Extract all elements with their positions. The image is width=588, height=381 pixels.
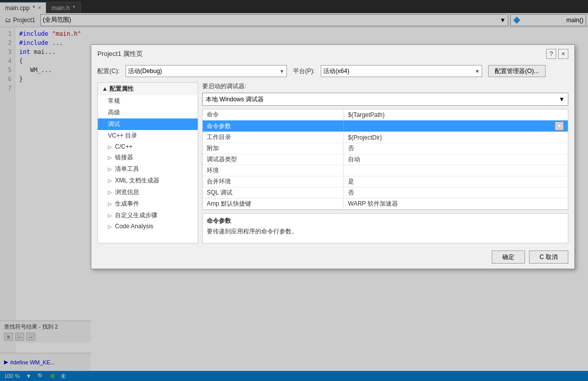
prop-key-merge-env: 合并环境 (203, 176, 344, 187)
property-panel: 要启动的调试器: 本地 Windows 调试器 ▼ 命令 $(TargetPat… (202, 82, 568, 243)
prop-key-amp: Amp 默认快捷键 (203, 199, 344, 209)
platform-dropdown[interactable]: 活动(x64) ▼ (321, 65, 482, 77)
prop-row-args[interactable]: 命令参数 ▼ (203, 120, 568, 132)
tree-item-cpp-label: C/C++ (115, 143, 133, 150)
prop-value-env (344, 165, 568, 176)
dialog-close-button[interactable]: × (558, 49, 568, 59)
tree-item-custom-build-label: 自定义生成步骤 (115, 211, 157, 220)
property-table: 命令 $(TargetPath) 命令参数 ▼ 工作目录 $(ProjectDi… (202, 109, 568, 210)
platform-label: 平台(P): (293, 67, 315, 76)
tree-expand-manifest: ▷ (108, 166, 113, 172)
properties-dialog: Project1 属性页 ? × 配置(C): 活动(Debug) ▼ 平台(P… (91, 44, 575, 269)
prop-row-command[interactable]: 命令 $(TargetPath) (203, 109, 568, 120)
tree-item-vc目录[interactable]: VC++ 目录 (98, 130, 198, 142)
close-icon: × (561, 50, 565, 57)
platform-value: 活动(x64) (323, 67, 349, 76)
config-manager-label: 配置管理器(O)... (495, 67, 539, 76)
tree-item-高级-label: 高级 (108, 108, 120, 117)
prop-row-merge-env[interactable]: 合并环境 是 (203, 176, 568, 187)
config-row: 配置(C): 活动(Debug) ▼ 平台(P): 活动(x64) ▼ 配置管理… (91, 62, 574, 80)
prop-input-field-args[interactable] (348, 122, 555, 130)
desc-title: 命令参数 (207, 217, 564, 225)
tree-item-browse[interactable]: ▷ 浏览信息 (98, 186, 198, 198)
help-icon: ? (550, 50, 553, 57)
prop-key-attach: 附加 (203, 143, 344, 154)
dialog-footer: 确定 C 取消 (91, 247, 574, 269)
prop-key-command: 命令 (203, 109, 344, 120)
dialog-titlebar: Project1 属性页 ? × (91, 45, 574, 62)
cancel-label: C 取消 (540, 253, 558, 262)
tree-item-code-analysis-label: Code Analysis (115, 223, 153, 230)
prop-key-debugger-type: 调试器类型 (203, 154, 344, 165)
config-manager-button[interactable]: 配置管理器(O)... (488, 65, 545, 77)
config-value: 活动(Debug) (128, 67, 162, 76)
tree-item-manifest[interactable]: ▷ 清单工具 (98, 163, 198, 175)
tree-expand-build-events: ▷ (108, 201, 113, 207)
debugger-row: 要启动的调试器: 本地 Windows 调试器 ▼ (202, 82, 568, 106)
tree-expand-code-analysis: ▷ (108, 224, 113, 229)
ok-label: 确定 (502, 253, 514, 262)
tree-header: ▲ 配置属性 (98, 83, 198, 95)
prop-value-args[interactable]: ▼ (344, 120, 568, 132)
dialog-title: Project1 属性页 (97, 49, 143, 58)
description-area: 命令参数 要传递到应用程序的命令行参数。 (202, 213, 568, 243)
tree-expand-custom-build: ▷ (108, 213, 113, 218)
tree-expand-cpp: ▷ (108, 144, 113, 150)
config-label: 配置(C): (97, 67, 120, 76)
tree-item-manifest-label: 清单工具 (115, 165, 139, 173)
tree-item-build-events[interactable]: ▷ 生成事件 (98, 198, 198, 210)
tree-item-build-events-label: 生成事件 (115, 200, 139, 208)
prop-key-sql: SQL 调试 (203, 187, 344, 198)
prop-value-debugger-type: 自动 (344, 154, 568, 165)
tree-item-linker[interactable]: ▷ 链接器 (98, 152, 198, 163)
prop-row-attach[interactable]: 附加 否 (203, 143, 568, 154)
ok-button[interactable]: 确定 (492, 250, 525, 264)
prop-value-sql: 否 (344, 187, 568, 198)
tree-item-调试-label: 调试 (108, 120, 120, 129)
cancel-button[interactable]: C 取消 (529, 250, 568, 264)
platform-arrow: ▼ (475, 69, 480, 74)
debugger-value: 本地 Windows 调试器 (206, 95, 264, 104)
tree-item-code-analysis[interactable]: ▷ Code Analysis (98, 221, 198, 231)
debugger-arrow: ▼ (559, 96, 565, 103)
config-arrow: ▼ (279, 69, 284, 74)
tree-item-常规-label: 常规 (108, 97, 120, 105)
tree-item-cpp[interactable]: ▷ C/C++ (98, 142, 198, 152)
tree-expand-xml: ▷ (108, 178, 113, 183)
prop-value-merge-env: 是 (344, 176, 568, 187)
prop-value-command: $(TargetPath) (344, 109, 568, 120)
tree-item-常规[interactable]: 常规 (98, 95, 198, 107)
tree-item-xml[interactable]: ▷ XML 文档生成器 (98, 175, 198, 186)
tree-item-调试[interactable]: 调试 (98, 118, 198, 130)
prop-value-workdir: $(ProjectDir) (344, 132, 568, 143)
prop-row-env[interactable]: 环境 (203, 165, 568, 176)
config-dropdown[interactable]: 活动(Debug) ▼ (126, 65, 287, 77)
desc-text: 要传递到应用程序的命令行参数。 (207, 227, 564, 236)
prop-value-amp: WARP 软件加速器 (344, 199, 568, 209)
debugger-dropdown[interactable]: 本地 Windows 调试器 ▼ (202, 93, 568, 106)
tree-item-linker-label: 链接器 (115, 153, 133, 162)
dialog-help-button[interactable]: ? (546, 49, 556, 59)
prop-key-workdir: 工作目录 (203, 132, 344, 143)
prop-row-workdir[interactable]: 工作目录 $(ProjectDir) (203, 132, 568, 143)
dialog-controls: ? × (546, 49, 568, 59)
prop-row-sql[interactable]: SQL 调试 否 (203, 187, 568, 199)
tree-expand-browse: ▷ (108, 189, 113, 195)
tree-expand-linker: ▷ (108, 155, 113, 160)
tree-item-vc目录-label: VC++ 目录 (108, 132, 137, 140)
prop-row-amp[interactable]: Amp 默认快捷键 WARP 软件加速器 (203, 199, 568, 210)
tree-panel: ▲ 配置属性 常规 高级 调试 VC++ 目录 ▷ C/C++ ▷ 链接器 (97, 82, 198, 243)
tree-item-custom-build[interactable]: ▷ 自定义生成步骤 (98, 210, 198, 221)
debugger-label: 要启动的调试器: (202, 82, 568, 91)
tree-item-browse-label: 浏览信息 (115, 188, 139, 197)
tree-header-label: ▲ 配置属性 (102, 85, 134, 93)
dialog-body: ▲ 配置属性 常规 高级 调试 VC++ 目录 ▷ C/C++ ▷ 链接器 (91, 80, 574, 247)
prop-row-debugger-type[interactable]: 调试器类型 自动 (203, 154, 568, 165)
prop-dropdown-btn-args[interactable]: ▼ (555, 121, 564, 131)
prop-input-args (348, 122, 555, 130)
prop-key-env: 环境 (203, 165, 344, 176)
prop-key-args: 命令参数 (203, 120, 344, 132)
tree-item-高级[interactable]: 高级 (98, 107, 198, 118)
prop-value-attach: 否 (344, 143, 568, 154)
tree-item-xml-label: XML 文档生成器 (115, 176, 159, 185)
